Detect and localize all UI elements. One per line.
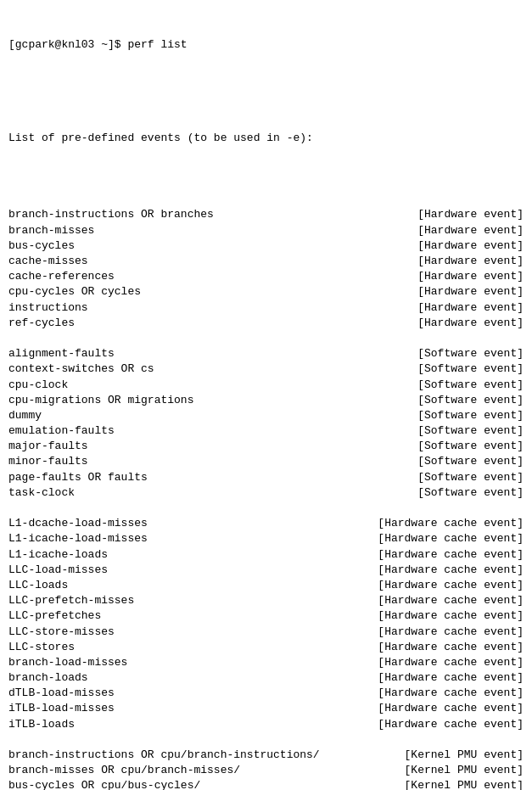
- event-name: minor-faults: [8, 454, 314, 469]
- event-type: [Software event]: [417, 423, 524, 439]
- event-row: instructions[Hardware event]: [8, 300, 524, 316]
- event-type: [Hardware cache event]: [378, 531, 524, 546]
- event-row: L1-dcache-load-misses[Hardware cache eve…: [8, 516, 524, 531]
- event-row: LLC-prefetch-misses[Hardware cache event…: [8, 593, 524, 608]
- event-row: dummy[Software event]: [8, 408, 524, 423]
- event-row: dTLB-load-misses[Hardware cache event]: [8, 686, 524, 701]
- event-type: [Software event]: [417, 408, 524, 423]
- section-separator: [8, 501, 524, 516]
- event-name: branch-instructions OR cpu/branch-instru…: [8, 748, 320, 763]
- event-row: major-faults[Software event]: [8, 439, 524, 454]
- event-type: [Hardware cache event]: [378, 701, 524, 716]
- event-type: [Hardware event]: [417, 238, 524, 254]
- event-name: ref-cycles: [8, 316, 314, 331]
- event-type: [Hardware cache event]: [378, 686, 524, 701]
- event-name: branch-load-misses: [8, 655, 314, 670]
- event-row: bus-cycles OR cpu/bus-cycles/[Kernel PMU…: [8, 778, 524, 790]
- event-row: branch-misses[Hardware event]: [8, 223, 524, 238]
- event-name: cpu-cycles OR cycles: [8, 284, 314, 300]
- event-type: [Hardware cache event]: [378, 625, 524, 640]
- event-name: dTLB-load-misses: [8, 686, 314, 701]
- event-name: branch-instructions OR branches: [8, 207, 314, 222]
- event-type: [Hardware cache event]: [378, 516, 524, 531]
- event-type: [Software event]: [417, 439, 524, 454]
- event-type: [Hardware cache event]: [378, 593, 524, 608]
- event-type: [Kernel PMU event]: [405, 748, 524, 763]
- event-name: branch-misses: [8, 223, 314, 238]
- event-name: L1-icache-load-misses: [8, 531, 314, 546]
- event-row: context-switches OR cs[Software event]: [8, 361, 524, 377]
- event-name: cache-references: [8, 269, 314, 284]
- event-name: context-switches OR cs: [8, 361, 314, 377]
- event-type: [Software event]: [417, 378, 524, 393]
- event-name: major-faults: [8, 439, 314, 454]
- event-type: [Software event]: [417, 454, 524, 469]
- event-type: [Hardware event]: [417, 223, 524, 238]
- section-separator: [8, 331, 524, 346]
- event-type: [Hardware event]: [417, 284, 524, 300]
- event-type: [Kernel PMU event]: [405, 763, 524, 778]
- event-row: emulation-faults[Software event]: [8, 423, 524, 439]
- event-name: L1-icache-loads: [8, 547, 314, 563]
- event-type: [Hardware cache event]: [378, 563, 524, 578]
- event-name: emulation-faults: [8, 423, 314, 439]
- event-type: [Hardware event]: [417, 254, 524, 269]
- event-name: LLC-prefetches: [8, 608, 314, 624]
- event-name: cpu-migrations OR migrations: [8, 393, 314, 408]
- event-type: [Hardware event]: [417, 207, 524, 222]
- event-name: branch-misses OR cpu/branch-misses/: [8, 763, 314, 778]
- event-type: [Hardware cache event]: [378, 670, 524, 686]
- event-name: LLC-load-misses: [8, 563, 314, 578]
- event-type: [Hardware cache event]: [378, 608, 524, 624]
- event-row: minor-faults[Software event]: [8, 454, 524, 469]
- event-row: cpu-clock[Software event]: [8, 378, 524, 393]
- event-name: page-faults OR faults: [8, 470, 314, 485]
- event-row: branch-instructions OR branches[Hardware…: [8, 207, 524, 222]
- event-type: [Hardware event]: [417, 316, 524, 331]
- event-name: cpu-clock: [8, 378, 314, 393]
- events-container: branch-instructions OR branches[Hardware…: [8, 207, 524, 790]
- event-type: [Software event]: [417, 485, 524, 501]
- event-row: L1-icache-loads[Hardware cache event]: [8, 547, 524, 563]
- event-type: [Hardware cache event]: [378, 655, 524, 670]
- event-name: iTLB-loads: [8, 717, 314, 732]
- event-row: iTLB-loads[Hardware cache event]: [8, 717, 524, 732]
- event-name: bus-cycles OR cpu/bus-cycles/: [8, 778, 314, 790]
- event-row: bus-cycles[Hardware event]: [8, 238, 524, 254]
- event-name: dummy: [8, 408, 314, 423]
- event-name: instructions: [8, 300, 314, 316]
- event-row: branch-loads[Hardware cache event]: [8, 670, 524, 686]
- event-row: cache-misses[Hardware event]: [8, 254, 524, 269]
- event-row: L1-icache-load-misses[Hardware cache eve…: [8, 531, 524, 546]
- event-type: [Hardware cache event]: [378, 640, 524, 655]
- event-row: LLC-prefetches[Hardware cache event]: [8, 608, 524, 624]
- event-name: LLC-loads: [8, 578, 314, 593]
- event-row: branch-load-misses[Hardware cache event]: [8, 655, 524, 670]
- event-row: branch-misses OR cpu/branch-misses/[Kern…: [8, 763, 524, 778]
- intro-line: List of pre-defined events (to be used i…: [8, 131, 524, 146]
- event-type: [Hardware event]: [417, 300, 524, 316]
- event-name: bus-cycles: [8, 238, 314, 254]
- event-type: [Hardware event]: [417, 269, 524, 284]
- event-row: LLC-stores[Hardware cache event]: [8, 640, 524, 655]
- event-name: cache-misses: [8, 254, 314, 269]
- event-row: cpu-migrations OR migrations[Software ev…: [8, 393, 524, 408]
- event-type: [Software event]: [417, 346, 524, 361]
- event-type: [Hardware cache event]: [378, 547, 524, 563]
- event-type: [Software event]: [417, 470, 524, 485]
- event-row: cpu-cycles OR cycles[Hardware event]: [8, 284, 524, 300]
- event-name: task-clock: [8, 485, 314, 501]
- terminal-window: [gcpark@knl03 ~]$ perf list List of pre-…: [8, 7, 524, 207]
- event-type: [Software event]: [417, 393, 524, 408]
- event-type: [Hardware cache event]: [378, 717, 524, 732]
- event-row: LLC-store-misses[Hardware cache event]: [8, 625, 524, 640]
- event-name: iTLB-load-misses: [8, 701, 314, 716]
- event-row: task-clock[Software event]: [8, 485, 524, 501]
- event-type: [Kernel PMU event]: [405, 778, 524, 790]
- event-name: LLC-store-misses: [8, 625, 314, 640]
- event-name: LLC-prefetch-misses: [8, 593, 314, 608]
- event-name: L1-dcache-load-misses: [8, 516, 314, 531]
- event-name: branch-loads: [8, 670, 314, 686]
- event-row: alignment-faults[Software event]: [8, 346, 524, 361]
- event-type: [Software event]: [417, 361, 524, 377]
